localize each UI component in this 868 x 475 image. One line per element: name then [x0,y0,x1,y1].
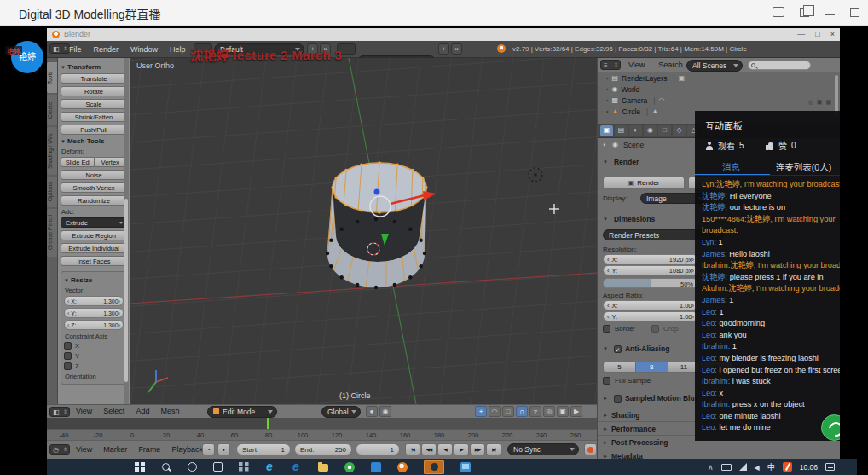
tool-tab-create[interactable]: Create [47,95,57,125]
vp-menu-view[interactable]: View [76,407,92,415]
shelf-scrollbar[interactable] [124,199,128,382]
mode-selector[interactable]: Edit Mode [207,406,277,418]
editor-type-3dview-icon[interactable]: ◧ [49,407,70,417]
scene-delete-button[interactable]: × [451,43,462,55]
vector-field-z[interactable]: ‹Z:1.300› [64,320,124,330]
snap-magnet-icon[interactable]: ∩ [516,406,528,417]
timeline-ruler[interactable]: -40-200204060801001201401601802002202402… [47,429,597,440]
vp-menu-add[interactable]: Add [136,407,149,415]
tool-button-rotate[interactable]: Rotate [61,86,127,96]
tool-tab-shading-uvs[interactable]: Shading / UVs [47,127,57,175]
taskbar-tv-icon[interactable] [460,462,471,472]
taskbar-app-green-icon[interactable] [344,462,355,472]
decrement-icon[interactable]: ‹ [67,298,69,304]
start-frame-field[interactable]: Start:1 [236,443,291,455]
aa-checkbox[interactable] [614,345,622,353]
pivot-center-icon[interactable]: ◉ [379,406,391,417]
current-frame-field[interactable]: 1 [356,443,400,455]
jump-to-start-button[interactable]: |◀ [405,443,420,455]
jump-to-next-keyframe-button[interactable]: ▶▶ [470,443,485,455]
tray-time-icon[interactable]: 10:06 [800,463,818,472]
tool-button-translate[interactable]: Translate [61,73,127,84]
taskbar-start-icon[interactable] [135,462,145,472]
increment-icon[interactable]: › [119,310,120,316]
menu-render[interactable]: Render [94,45,119,54]
tool-button-extrude-individual[interactable]: Extrude Individual [61,243,127,253]
editor-type-timeline-icon[interactable]: ◷ [49,444,70,455]
panel-resize[interactable]: ▼Resize [64,276,124,284]
snap-element-icon[interactable]: ▿ [529,406,541,417]
vp-menu-select[interactable]: Select [103,407,124,415]
viewport-3d[interactable]: User Ortho (1) Circle [130,58,597,404]
timeline-band[interactable] [47,418,597,429]
proportional-edit-icon[interactable]: ◎ [543,406,555,417]
tool-button-shrink-fatten[interactable]: Shrink/Fatten [61,112,127,122]
tool-tab-tools[interactable]: Tools [47,62,57,93]
decrement-icon[interactable]: ‹ [67,322,69,328]
full-sample-checkbox[interactable] [603,377,610,385]
maximize-icon[interactable] [850,8,859,17]
aspect-field-y[interactable]: ‹Y:1.00› [603,311,698,321]
manipulator-scale-icon[interactable]: □ [502,406,514,417]
tool-tab-options[interactable]: Options [47,177,57,207]
tray-ime-icon[interactable]: 中 [767,461,775,472]
tool-button-smooth-vertex[interactable]: Smooth Vertex [61,182,127,193]
decrement-icon[interactable]: ‹ [67,310,69,316]
menu-file[interactable]: File [69,45,82,54]
tray-app-red-icon[interactable] [783,462,792,472]
panel-transform[interactable]: ▼Transform [61,63,127,71]
jump-to-prev-keyframe-button[interactable]: ◀◀ [421,443,437,455]
resolution-field-y[interactable]: ‹Y:1080 px› [603,265,698,275]
opengl-render-anim-icon[interactable]: ▶ [570,406,582,417]
tl-menu-marker[interactable]: Marker [103,445,127,454]
scene-add-button[interactable]: + [438,43,449,55]
motion-blur-checkbox[interactable] [614,395,622,403]
vector-field-y[interactable]: ‹Y:1.300› [64,308,124,318]
tool-button-push-pull[interactable]: Push/Pull [61,125,127,135]
minimize-icon[interactable] [825,14,835,15]
constraint-axis-x[interactable]: X [64,342,124,350]
tool-button-scale[interactable]: Scale [61,99,127,109]
timeline-playhead[interactable] [267,418,269,429]
tool-tab-grease-pencil[interactable]: Grease Pencil [47,209,57,257]
blender-maximize-button[interactable]: □ [815,28,819,41]
tool-button-noise[interactable]: Noise [61,170,127,180]
resolution-percentage-slider[interactable]: 50% [603,278,698,288]
taskbar-task-view-icon[interactable] [213,462,223,472]
cylinder-mesh[interactable] [326,161,428,289]
taskbar-edge-icon[interactable] [292,462,302,472]
taskbar-streaming-active-icon[interactable] [424,460,444,474]
tl-menu-view[interactable]: View [76,445,92,454]
tool-button-extrude-region[interactable]: Extrude Region [61,230,127,240]
crop-checkbox[interactable] [651,325,659,333]
time-cursor-button[interactable]: ◔ [202,443,215,455]
sync-selector[interactable]: No Sync [507,443,579,455]
aa-sample-5[interactable]: 5 [603,362,636,373]
editor-type-info-icon[interactable]: ◧ [49,43,70,54]
viewport-canvas[interactable] [130,58,597,404]
menu-window[interactable]: Window [130,45,158,54]
taskbar-apps-grid-icon[interactable] [239,462,249,472]
aspect-field-x[interactable]: ‹X:1.00› [603,300,698,310]
vector-field-x[interactable]: ‹X:1.300› [64,296,124,306]
tray-expand-icon[interactable] [708,463,714,472]
tray-laptop-icon[interactable] [721,464,732,471]
orientation-selector[interactable]: Global [321,406,361,418]
menu-help[interactable]: Help [170,45,186,54]
opengl-render-icon[interactable]: ▣ [557,406,569,417]
tool-button-randomize[interactable]: Randomize [61,195,127,206]
border-checkbox[interactable] [603,325,610,333]
increment-icon[interactable]: › [119,298,120,304]
tool-button-vertex[interactable]: Vertex [95,157,128,167]
tab-mic-list[interactable]: 连麦列表(0人) [767,160,840,176]
tl-menu-frame[interactable]: Frame [138,445,160,454]
shading-sphere-icon[interactable]: ● [366,406,378,417]
tray-notifications-icon[interactable] [825,463,835,471]
jump-to-end-button[interactable]: ▶| [486,443,501,455]
taskbar-explorer-icon[interactable] [318,464,328,472]
manipulator-translate-icon[interactable]: + [475,406,487,417]
play-button[interactable]: ▶ [454,443,469,455]
blender-minimize-button[interactable]: — [797,28,805,41]
constraint-axis-y[interactable]: Y [64,352,124,360]
render-button[interactable]: ▣Render [603,177,685,189]
